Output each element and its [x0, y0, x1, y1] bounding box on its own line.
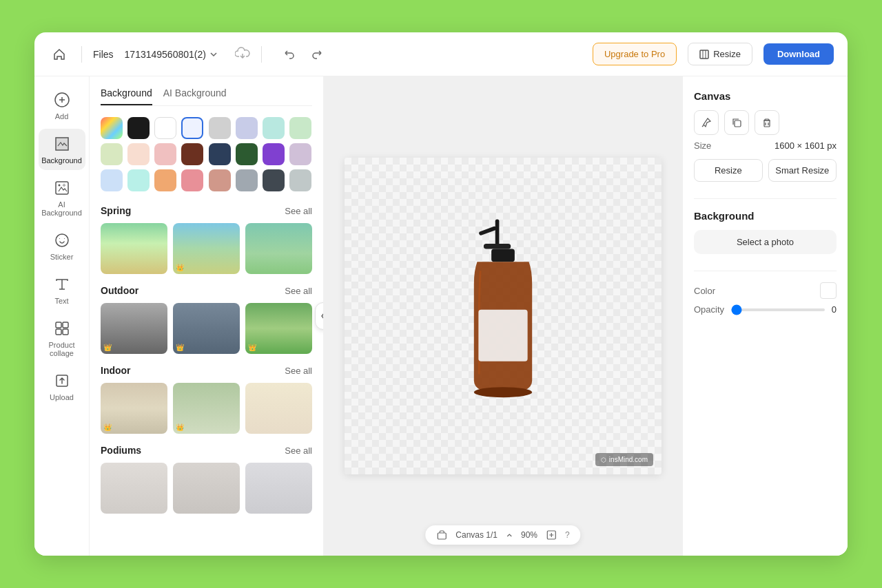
chevron-up-icon — [506, 532, 513, 538]
sidebar-item-label-sticker: Sticker — [50, 253, 74, 261]
color-swatch-peach[interactable] — [127, 143, 150, 165]
sidebar-item-product-collage[interactable]: Product collage — [39, 313, 85, 363]
collapse-panel-button[interactable] — [315, 302, 324, 330]
tab-background[interactable]: Background — [101, 87, 152, 105]
svg-rect-11 — [495, 219, 500, 245]
sidebar-item-upload[interactable]: Upload — [39, 366, 85, 407]
crown-badge-spring2: 👑 — [176, 264, 184, 271]
canvas-section: Canvas — [694, 90, 837, 182]
outdoor-thumb-2[interactable]: 👑 — [173, 303, 240, 354]
crown-badge-outdoor1: 👑 — [103, 344, 112, 351]
color-grid — [101, 117, 312, 191]
opacity-slider[interactable] — [731, 308, 825, 311]
indoor-thumb-3[interactable] — [245, 383, 312, 434]
svg-rect-8 — [56, 329, 61, 335]
color-swatch-orange[interactable] — [154, 169, 176, 191]
color-picker[interactable] — [820, 282, 837, 299]
color-swatch-pink[interactable] — [181, 169, 203, 191]
color-swatch-dark-gray[interactable] — [263, 169, 285, 191]
spring-thumb-3[interactable] — [245, 223, 312, 274]
svg-point-4 — [58, 185, 60, 187]
color-swatch-gradient[interactable] — [101, 117, 123, 139]
color-swatch-light-blue[interactable] — [181, 117, 203, 139]
bottle-svg — [434, 213, 572, 419]
sidebar-item-label-add: Add — [55, 112, 69, 120]
canvas-footer: Canvas 1/1 90% ? — [425, 525, 580, 545]
spring-thumb-1[interactable] — [101, 223, 167, 274]
svg-rect-17 — [438, 533, 446, 539]
upload-icon — [52, 371, 72, 390]
resize-canvas-button[interactable]: Resize — [694, 159, 763, 182]
canvas-surface[interactable]: ⬡ insMind.com — [345, 158, 662, 474]
cloud-save-icon[interactable] — [235, 47, 250, 62]
podiums-section-header: Podiums See all — [101, 445, 312, 456]
color-swatch-white[interactable] — [154, 117, 176, 139]
indoor-thumb-2[interactable]: 👑 — [173, 383, 240, 434]
product-image[interactable] — [407, 196, 599, 437]
outdoor-thumb-3[interactable]: 👑 — [245, 303, 312, 354]
color-swatch-purple[interactable] — [263, 143, 285, 165]
redo-button[interactable] — [306, 43, 328, 65]
podium-thumb-1[interactable] — [101, 463, 167, 514]
header-divider — [81, 46, 82, 63]
podiums-see-all[interactable]: See all — [285, 445, 312, 456]
indoor-image-grid: 👑 👑 — [101, 383, 312, 434]
color-row: Color — [694, 282, 837, 299]
home-button[interactable] — [48, 43, 70, 65]
podium-thumb-3[interactable] — [245, 463, 312, 514]
spring-thumb-2[interactable]: 👑 — [173, 223, 240, 274]
color-swatch-light-green[interactable] — [289, 117, 311, 139]
smart-resize-button[interactable]: Smart Resize — [768, 159, 837, 182]
spring-see-all[interactable]: See all — [285, 206, 312, 216]
color-swatch-light-pink[interactable] — [154, 143, 176, 165]
color-swatch-dark-green[interactable] — [236, 143, 258, 165]
ai-background-icon — [52, 178, 72, 198]
download-button[interactable]: Download — [763, 43, 834, 65]
color-swatch-gray[interactable] — [289, 169, 311, 191]
color-swatch-black[interactable] — [127, 117, 150, 139]
color-swatch-sky-blue[interactable] — [101, 169, 123, 191]
crown-badge-outdoor2: 👑 — [176, 344, 184, 351]
filename-display[interactable]: 1713149560801(2) — [125, 49, 218, 60]
opacity-value: 0 — [832, 304, 837, 315]
select-photo-button[interactable]: Select a photo — [694, 230, 837, 254]
delete-button[interactable] — [755, 110, 779, 135]
spring-image-grid: 👑 — [101, 223, 312, 274]
undo-button[interactable] — [278, 43, 300, 65]
outdoor-see-all[interactable]: See all — [285, 286, 312, 296]
outdoor-thumb-1[interactable]: 👑 — [101, 303, 167, 354]
color-swatch-salmon[interactable] — [209, 169, 231, 191]
sidebar-item-ai-background[interactable]: AI Background — [39, 173, 85, 222]
sidebar-item-background[interactable]: Background — [39, 129, 85, 170]
spring-title: Spring — [101, 205, 131, 216]
color-swatch-light-gray[interactable] — [209, 117, 231, 139]
color-swatch-steel[interactable] — [236, 169, 258, 191]
indoor-see-all[interactable]: See all — [285, 366, 312, 376]
svg-rect-14 — [491, 249, 515, 262]
resize-button[interactable]: Resize — [688, 43, 752, 65]
color-swatch-navy[interactable] — [209, 143, 231, 165]
files-nav[interactable]: Files — [93, 49, 114, 60]
color-swatch-lavender[interactable] — [236, 117, 258, 139]
color-swatch-brown[interactable] — [181, 143, 203, 165]
app-window: Files 1713149560801(2) Upgrade to Pro Re… — [34, 32, 848, 556]
background-right-section: Background Select a photo — [694, 210, 837, 254]
color-swatch-sage[interactable] — [101, 143, 123, 165]
sidebar-item-add[interactable]: Add — [39, 85, 85, 126]
sidebar-item-text[interactable]: Text — [39, 269, 85, 311]
duplicate-button[interactable] — [724, 110, 749, 135]
size-value: 1600 × 1601 px — [775, 140, 837, 151]
podium-thumb-2[interactable] — [173, 463, 240, 514]
tab-ai-background[interactable]: AI Background — [163, 87, 227, 105]
sidebar-item-label-background: Background — [41, 156, 82, 165]
right-panel: Canvas — [682, 76, 848, 556]
color-swatch-light-purple[interactable] — [289, 143, 311, 165]
upgrade-button[interactable]: Upgrade to Pro — [593, 43, 677, 65]
indoor-thumb-1[interactable]: 👑 — [101, 383, 167, 434]
canvas-section-title: Canvas — [694, 90, 837, 102]
color-swatch-mint[interactable] — [263, 117, 285, 139]
sidebar-item-sticker[interactable]: Sticker — [39, 225, 85, 266]
color-swatch-aqua[interactable] — [127, 169, 150, 191]
background-icon — [52, 134, 72, 154]
pin-button[interactable] — [694, 110, 719, 135]
